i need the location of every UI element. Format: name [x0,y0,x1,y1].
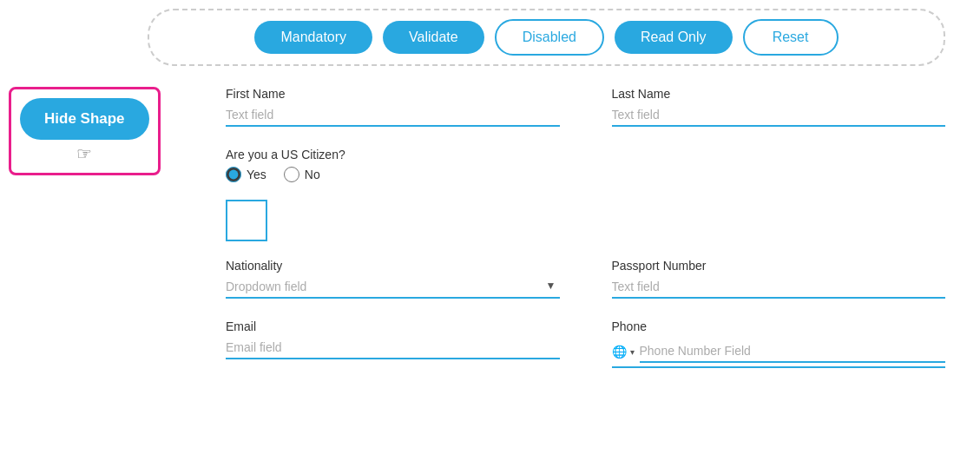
first-name-label: First Name [226,87,560,101]
hide-shape-wrapper: Hide Shape ☞ [9,87,161,175]
phone-group: Phone 🌐 ▾ [612,319,946,368]
citizen-group: Are you a US Citizen? Yes No [226,148,945,182]
passport-label: Passport Number [612,259,946,273]
phone-wrapper: 🌐 ▾ [612,337,946,368]
first-name-input[interactable] [226,104,560,127]
radio-no-option[interactable]: No [284,167,320,182]
radio-options: Yes No [226,167,945,182]
hide-shape-button[interactable]: Hide Shape [20,98,149,140]
read-only-button[interactable]: Read Only [615,21,733,54]
passport-input[interactable] [612,276,946,299]
phone-input[interactable] [640,340,946,363]
last-name-label: Last Name [612,87,946,101]
radio-yes-option[interactable]: Yes [226,167,266,182]
first-name-group: First Name [226,87,560,127]
mandatory-button[interactable]: Mandatory [254,21,372,54]
last-name-group: Last Name [612,87,946,127]
email-label: Email [226,319,560,333]
form-area: First Name Last Name Are you a US Citize… [226,87,945,389]
phone-chevron-icon: ▾ [630,347,635,357]
passport-group: Passport Number [612,259,946,299]
radio-yes-label: Yes [247,168,266,181]
nationality-dropdown[interactable]: Dropdown field [226,276,560,299]
checkbox-square[interactable] [226,200,267,241]
email-group: Email [226,319,560,368]
name-row: First Name Last Name [226,87,945,127]
validate-button[interactable]: Validate [383,21,484,54]
checkbox-area [226,200,945,241]
last-name-input[interactable] [612,104,946,127]
nationality-dropdown-wrapper: Dropdown field [226,276,560,299]
email-input[interactable] [226,337,560,359]
citizen-label: Are you a US Citizen? [226,148,945,161]
phone-flag-icon: 🌐 [612,345,627,359]
disabled-button[interactable]: Disabled [495,19,604,56]
radio-yes-input[interactable] [226,167,241,182]
radio-no-label: No [305,168,320,181]
cursor-icon: ☞ [20,143,149,164]
radio-no-input[interactable] [284,167,299,182]
nationality-passport-row: Nationality Dropdown field Passport Numb… [226,259,945,299]
email-phone-row: Email Phone 🌐 ▾ [226,319,945,368]
toolbar: Mandatory Validate Disabled Read Only Re… [148,9,945,66]
nationality-group: Nationality Dropdown field [226,259,560,299]
nationality-label: Nationality [226,259,560,273]
phone-label: Phone [612,319,946,333]
reset-button[interactable]: Reset [743,19,839,56]
